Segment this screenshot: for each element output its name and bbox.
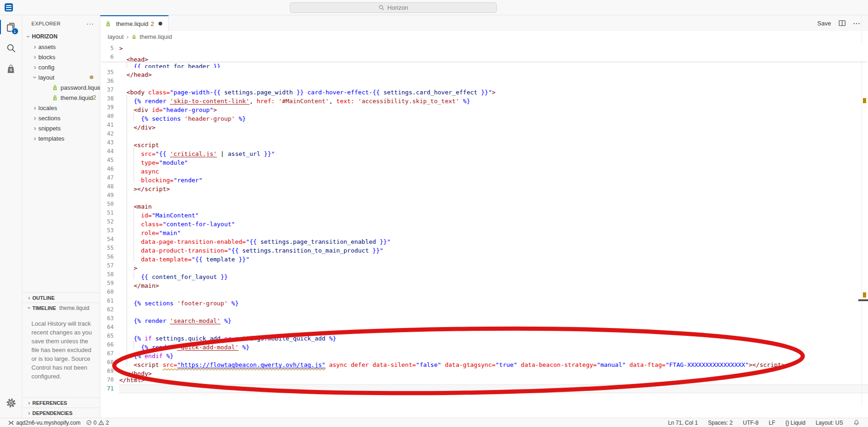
tree-item-locales[interactable]: ›locales — [22, 103, 100, 113]
tree-item-snippets[interactable]: ›snippets — [22, 123, 100, 133]
code-line-68[interactable]: 68<script src="https://flowtagbeacon.qwe… — [100, 358, 868, 367]
code-line-39[interactable]: 39<div id="header-group"> — [100, 103, 868, 112]
code-token: }} — [213, 63, 220, 68]
tab-bar: S theme.liquid 2 Save ··· — [100, 15, 868, 31]
dependencies-panel-header[interactable]: › DEPENDENCIES — [22, 408, 100, 418]
indent-space — [119, 332, 127, 340]
code-line-clipped[interactable]: {{ content_for_header }} — [100, 62, 868, 68]
tree-item-theme-liquid[interactable]: Stheme.liquid2 — [22, 93, 100, 103]
more-actions-button[interactable]: ··· — [853, 20, 861, 27]
status-cursor-position[interactable]: Ln 71, Col 1 — [665, 420, 701, 426]
save-button[interactable]: Save — [817, 20, 831, 27]
code-line-63[interactable]: 63{% render 'search-modal' %} — [100, 314, 868, 323]
code-line-62[interactable]: 62 — [100, 305, 868, 314]
outline-panel-header[interactable]: › OUTLINE — [22, 292, 100, 303]
tree-item-templates[interactable]: ›templates — [22, 133, 100, 143]
code-line-35[interactable]: 35</head> — [100, 68, 868, 77]
code-line-6[interactable]: 6<head> — [100, 53, 868, 62]
tree-item-layout[interactable]: ›layout — [22, 72, 100, 82]
split-editor-icon[interactable] — [838, 19, 846, 27]
code-line-43[interactable]: 43<script — [100, 138, 868, 147]
tree-item-password-liquid[interactable]: Spassword.liquid — [22, 82, 100, 93]
code-line-41[interactable]: 41</div> — [100, 121, 868, 130]
code-line-58[interactable]: 58{{ content_for_layout }} — [100, 270, 868, 279]
activity-shopify-button[interactable]: S — [0, 58, 22, 79]
breadcrumb-folder[interactable]: layout — [108, 33, 124, 40]
code-line-57[interactable]: 57> — [100, 261, 868, 270]
code-line-70[interactable]: 70</html> — [100, 376, 868, 384]
code-line-40[interactable]: 40{% sections 'header-group' %} — [100, 112, 868, 121]
code-line-60[interactable]: 60 — [100, 288, 868, 297]
code-line-64[interactable]: 64 — [100, 323, 868, 332]
tab-theme-liquid[interactable]: S theme.liquid 2 — [100, 15, 169, 31]
tree-item-HORIZON[interactable]: ›HORIZON — [22, 31, 100, 42]
code-line-65[interactable]: 65{% if settings.quick_add or settings.m… — [100, 332, 868, 340]
status-encoding[interactable]: UTF-8 — [740, 420, 761, 426]
indent-guide — [134, 173, 141, 182]
line-number: 6 — [100, 53, 119, 62]
code-line-48[interactable]: 48></script> — [100, 182, 868, 191]
app-menu-icon[interactable] — [5, 3, 13, 12]
activity-search-button[interactable] — [0, 37, 22, 58]
line-number: 36 — [100, 77, 119, 86]
code-line-55[interactable]: 55data-product-transition="{{ settings.t… — [100, 244, 868, 253]
code-line-71[interactable]: 71 — [100, 384, 868, 393]
bell-icon — [853, 420, 860, 426]
code-line-content: async — [119, 165, 868, 173]
sidebar-more-actions-button[interactable]: ··· — [86, 20, 94, 27]
indent-guide — [127, 332, 134, 340]
code-line-46[interactable]: 46async — [100, 165, 868, 173]
activity-settings-button[interactable] — [0, 392, 22, 413]
tree-item-label: sections — [38, 115, 61, 122]
tree-item-config[interactable]: ›config — [22, 62, 100, 72]
status-eol[interactable]: LF — [766, 420, 778, 426]
code-line-content: type="module" — [119, 156, 868, 165]
code-line-49[interactable]: 49 — [100, 191, 868, 200]
status-language[interactable]: {} Liquid — [782, 420, 808, 426]
code-line-66[interactable]: 66{% render 'quick-add-modal' %} — [100, 340, 868, 349]
code-line-56[interactable]: 56data-template="{{ template }}" — [100, 253, 868, 261]
code-line-54[interactable]: 54data-page-transition-enabled="{{ setti… — [100, 235, 868, 244]
code-line-47[interactable]: 47blocking="render" — [100, 173, 868, 182]
code-line-67[interactable]: 67{% endif %} — [100, 349, 868, 358]
remote-icon — [8, 420, 14, 426]
line-number: 67 — [100, 349, 119, 358]
indent-space — [119, 62, 127, 68]
tree-item-blocks[interactable]: ›blocks — [22, 52, 100, 62]
status-indentation[interactable]: Spaces: 2 — [705, 420, 735, 426]
code-line-36[interactable]: 36 — [100, 77, 868, 86]
indent-space — [119, 270, 127, 279]
tree-item-sections[interactable]: ›sections — [22, 113, 100, 123]
line-number: 53 — [100, 226, 119, 235]
status-problems[interactable]: 0 2 — [83, 418, 111, 427]
activity-explorer-button[interactable]: 1 — [0, 17, 22, 37]
code-line-59[interactable]: 59</main> — [100, 279, 868, 288]
unsaved-dot-icon[interactable] — [159, 22, 162, 25]
code-line-50[interactable]: 50<main — [100, 200, 868, 209]
references-panel-header[interactable]: › REFERENCES — [22, 397, 100, 408]
code-line-61[interactable]: 61{% sections 'footer-group' %} — [100, 297, 868, 305]
code-line-45[interactable]: 45type="module" — [100, 156, 868, 165]
code-line-51[interactable]: 51id="MainContent" — [100, 209, 868, 217]
indent-space — [119, 297, 127, 305]
code-line-37[interactable]: 37<body class="page-width-{{ settings.pa… — [100, 86, 868, 94]
line-number: 35 — [100, 68, 119, 77]
code-line-53[interactable]: 53role="main" — [100, 226, 868, 235]
breadcrumb-file[interactable]: theme.liquid — [140, 33, 172, 40]
code-line-5[interactable]: 5> — [100, 44, 868, 53]
code-line-69[interactable]: 69</body> — [100, 367, 868, 376]
tree-item-assets[interactable]: ›assets — [22, 42, 100, 52]
code-line-44[interactable]: 44src="{{ 'critical.js' | asset_url }}" — [100, 147, 868, 156]
timeline-panel-header[interactable]: › TIMELINE theme.liquid — [22, 303, 100, 313]
chevron-right-icon: › — [26, 400, 32, 406]
code-editor[interactable]: 5>6<head> {{ content_for_header }} 35</h… — [100, 42, 868, 418]
search-placeholder: Horizon — [387, 4, 408, 11]
status-notifications[interactable] — [850, 420, 862, 426]
status-keyboard-layout[interactable]: Layout: US — [813, 420, 846, 426]
command-center-search[interactable]: Horizon — [290, 2, 497, 13]
code-line-38[interactable]: 38{% render 'skip-to-content-link', href… — [100, 94, 868, 103]
status-remote[interactable]: aqd2n6-vu.myshopify.com — [6, 418, 83, 427]
indent-space — [119, 121, 127, 130]
code-line-42[interactable]: 42 — [100, 130, 868, 138]
code-line-52[interactable]: 52class="content-for-layout" — [100, 217, 868, 226]
